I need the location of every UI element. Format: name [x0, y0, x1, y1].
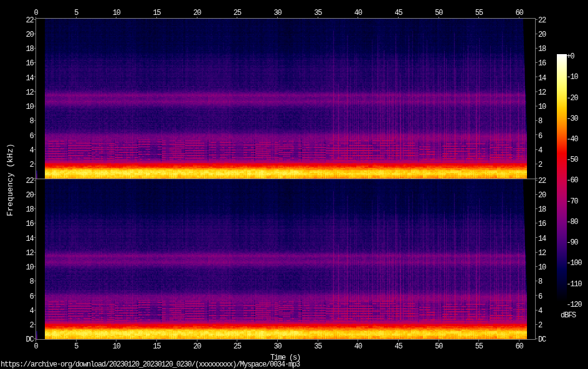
svg-text:20: 20	[193, 342, 201, 351]
svg-text:0: 0	[34, 9, 38, 17]
svg-text:2: 2	[538, 161, 543, 169]
svg-text:-70: -70	[567, 197, 579, 206]
svg-text:22: 22	[26, 16, 34, 25]
svg-text:6: 6	[538, 132, 543, 141]
svg-text:10: 10	[26, 263, 34, 272]
svg-text:6: 6	[29, 132, 34, 141]
svg-text:20: 20	[538, 30, 546, 39]
svg-text:-10: -10	[567, 73, 579, 82]
svg-text:Frequency (kHz): Frequency (kHz)	[6, 143, 15, 216]
svg-text:14: 14	[26, 74, 34, 83]
svg-text:55: 55	[475, 9, 483, 17]
svg-text:16: 16	[538, 220, 546, 228]
svg-text:50: 50	[435, 9, 443, 17]
svg-text:20: 20	[26, 191, 34, 200]
svg-text:12: 12	[26, 88, 34, 97]
svg-text:4: 4	[29, 307, 34, 315]
svg-text:-40: -40	[567, 135, 579, 144]
svg-text:18: 18	[26, 45, 34, 54]
svg-text:4: 4	[538, 146, 543, 155]
svg-text:15: 15	[153, 9, 161, 17]
svg-text:-90: -90	[567, 238, 579, 247]
svg-text:10: 10	[113, 342, 121, 351]
svg-text:16: 16	[26, 59, 34, 68]
svg-text:2: 2	[29, 321, 34, 330]
svg-text:4: 4	[538, 307, 543, 315]
svg-text:12: 12	[26, 249, 34, 258]
svg-text:18: 18	[538, 45, 546, 54]
svg-text:-20: -20	[567, 94, 579, 103]
svg-text:20: 20	[26, 30, 34, 39]
svg-text:8: 8	[29, 278, 34, 286]
svg-text:-110: -110	[567, 280, 582, 289]
svg-text:20: 20	[193, 9, 201, 17]
svg-text:45: 45	[394, 9, 402, 17]
svg-text:30: 30	[273, 342, 282, 351]
svg-text:10: 10	[538, 263, 546, 272]
svg-text:-50: -50	[567, 156, 579, 164]
svg-text:50: 50	[435, 342, 443, 351]
svg-text:14: 14	[26, 235, 34, 243]
svg-text:DC: DC	[26, 335, 34, 344]
svg-text:-30: -30	[567, 114, 579, 123]
svg-text:22: 22	[26, 177, 34, 185]
svg-text:8: 8	[538, 117, 543, 126]
svg-text:35: 35	[314, 342, 322, 351]
svg-text:40: 40	[354, 342, 363, 351]
svg-text:-120: -120	[567, 301, 582, 309]
svg-text:dBFS: dBFS	[561, 311, 576, 320]
svg-text:-60: -60	[567, 176, 579, 185]
svg-text:10: 10	[538, 103, 546, 111]
svg-text:https://archive·org/download/2: https://archive·org/download/20230120_20…	[1, 360, 300, 369]
svg-text:18: 18	[26, 205, 34, 214]
svg-text:12: 12	[538, 249, 546, 258]
svg-text:14: 14	[538, 235, 546, 243]
svg-text:12: 12	[538, 88, 546, 97]
svg-text:5: 5	[74, 9, 78, 17]
svg-text:8: 8	[538, 278, 543, 286]
svg-text:16: 16	[538, 59, 546, 68]
svg-text:5: 5	[74, 342, 78, 351]
svg-text:22: 22	[538, 177, 546, 185]
svg-text:35: 35	[314, 9, 322, 17]
svg-text:0: 0	[34, 342, 38, 351]
svg-text:6: 6	[538, 292, 543, 301]
svg-text:60: 60	[515, 9, 523, 17]
svg-text:10: 10	[26, 103, 34, 111]
svg-text:DC: DC	[538, 335, 546, 344]
svg-text:60: 60	[515, 342, 523, 351]
svg-text:55: 55	[475, 342, 483, 351]
svg-text:-80: -80	[567, 218, 579, 227]
svg-text:+0: +0	[567, 52, 575, 61]
svg-text:15: 15	[153, 342, 161, 351]
svg-text:6: 6	[29, 292, 34, 301]
svg-text:40: 40	[354, 9, 363, 17]
svg-text:14: 14	[538, 74, 546, 83]
svg-text:16: 16	[26, 220, 34, 228]
svg-text:-100: -100	[567, 259, 582, 268]
svg-text:2: 2	[29, 161, 34, 169]
svg-text:22: 22	[538, 16, 546, 25]
svg-text:45: 45	[394, 342, 402, 351]
svg-text:4: 4	[29, 146, 34, 155]
svg-text:20: 20	[538, 191, 546, 200]
svg-text:10: 10	[113, 9, 121, 17]
svg-text:30: 30	[273, 9, 282, 17]
svg-text:18: 18	[538, 205, 546, 214]
svg-text:8: 8	[29, 117, 34, 126]
svg-text:2: 2	[538, 321, 543, 330]
svg-text:25: 25	[234, 342, 242, 351]
svg-text:25: 25	[234, 9, 242, 17]
